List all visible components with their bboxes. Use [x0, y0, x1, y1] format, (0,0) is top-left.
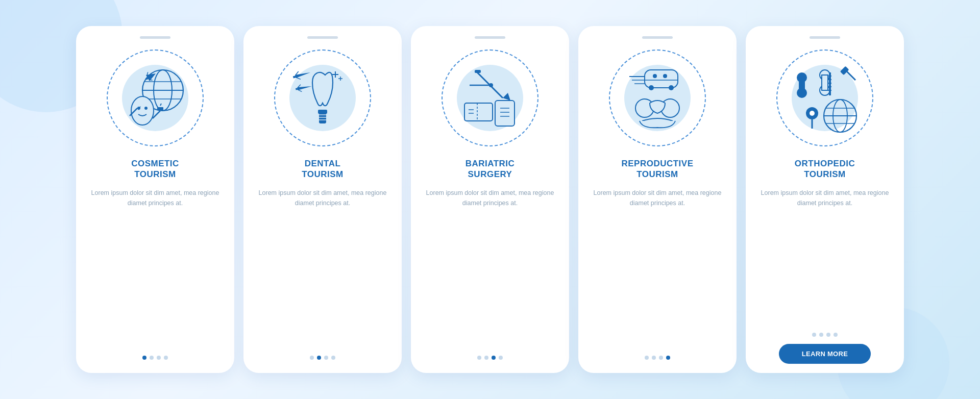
dots-cosmetic [142, 356, 168, 360]
svg-rect-29 [319, 112, 326, 123]
svg-rect-43 [495, 101, 514, 126]
dot-2 [150, 356, 154, 360]
card-bariatric-surgery: BARIATRICSURGERY Lorem ipsum dolor sit d… [411, 26, 569, 373]
card-title-cosmetic: COSMETICTOURISM [131, 158, 179, 181]
card-cosmetic-tourism: COSMETICTOURISM Lorem ipsum dolor sit di… [76, 26, 234, 373]
svg-rect-47 [645, 70, 678, 88]
phone-notch [810, 36, 840, 39]
bariatric-icon [449, 57, 531, 139]
svg-point-38 [489, 83, 493, 87]
dot-4 [331, 356, 335, 360]
dot-4 [499, 356, 503, 360]
card-reproductive-tourism: REPRODUCTIVETOURISM Lorem ipsum dolor si… [578, 26, 737, 373]
dot-2 [819, 333, 823, 337]
phone-notch [475, 36, 505, 39]
dot-2 [484, 356, 488, 360]
dot-3 [826, 333, 830, 337]
dot-1 [142, 356, 146, 360]
svg-point-77 [810, 111, 815, 116]
svg-point-11 [144, 107, 148, 110]
dot-1 [812, 333, 816, 337]
icon-area-dental [272, 47, 374, 149]
phone-notch [140, 36, 170, 39]
svg-rect-79 [840, 66, 849, 76]
card-title-bariatric: BARIATRICSURGERY [465, 158, 515, 181]
icon-area-cosmetic [104, 47, 206, 149]
dots-reproductive [645, 356, 670, 360]
svg-point-49 [669, 85, 674, 90]
dot-3 [157, 356, 161, 360]
dot-1 [310, 356, 314, 360]
phone-notch [642, 36, 673, 39]
dot-4 [164, 356, 168, 360]
svg-marker-35 [503, 93, 510, 101]
dot-1 [645, 356, 649, 360]
svg-rect-36 [475, 70, 481, 73]
svg-rect-13 [157, 107, 163, 110]
card-desc-dental: Lorem ipsum dolor sit dim amet, mea regi… [254, 188, 391, 348]
dot-3 [492, 356, 496, 360]
card-desc-orthopedic: Lorem ipsum dolor sit dim amet, mea regi… [756, 188, 894, 326]
card-dental-tourism: DENTALTOURISM Lorem ipsum dolor sit dim … [243, 26, 402, 373]
dot-1 [477, 356, 481, 360]
dots-dental [310, 356, 335, 360]
svg-rect-39 [464, 103, 493, 121]
cards-container: COSMETICTOURISM Lorem ipsum dolor sit di… [56, 11, 924, 388]
svg-rect-30 [318, 110, 327, 114]
svg-marker-5 [146, 70, 158, 81]
icon-area-reproductive [606, 47, 708, 149]
orthopedic-icon [784, 57, 866, 139]
svg-point-51 [653, 74, 657, 78]
dental-icon [282, 57, 363, 139]
icon-area-bariatric [439, 47, 541, 149]
svg-line-14 [160, 104, 161, 106]
card-title-reproductive: REPRODUCTIVETOURISM [621, 158, 693, 181]
dot-3 [659, 356, 663, 360]
dots-bariatric [477, 356, 503, 360]
dots-orthopedic [812, 333, 838, 337]
card-orthopedic-tourism: ORTHOPEDICTOURISM Lorem ipsum dolor sit … [746, 26, 904, 373]
dot-3 [324, 356, 328, 360]
dot-2 [652, 356, 656, 360]
cosmetic-icon [114, 57, 196, 139]
phone-notch [307, 36, 338, 39]
card-desc-cosmetic: Lorem ipsum dolor sit dim amet, mea regi… [86, 188, 224, 348]
card-title-orthopedic: ORTHOPEDICTOURISM [795, 158, 855, 181]
card-desc-reproductive: Lorem ipsum dolor sit dim amet, mea regi… [589, 188, 726, 348]
svg-rect-63 [822, 75, 828, 90]
dot-2 [317, 356, 321, 360]
learn-more-button[interactable]: LEARN MORE [779, 344, 871, 364]
dot-4 [666, 356, 670, 360]
icon-area-orthopedic [774, 47, 876, 149]
svg-point-48 [649, 85, 654, 90]
dot-4 [834, 333, 838, 337]
svg-rect-60 [799, 78, 805, 93]
card-title-dental: DENTALTOURISM [302, 158, 344, 181]
svg-point-52 [663, 74, 667, 78]
card-desc-bariatric: Lorem ipsum dolor sit dim amet, mea regi… [421, 188, 559, 348]
reproductive-icon [617, 57, 698, 139]
